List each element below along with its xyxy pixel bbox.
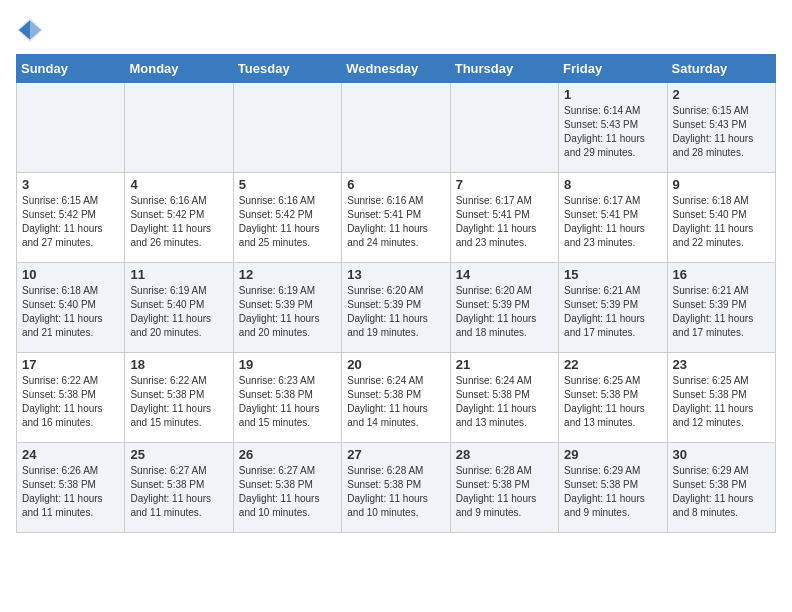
weekday-row: SundayMondayTuesdayWednesdayThursdayFrid… <box>17 55 776 83</box>
calendar-body: 1Sunrise: 6:14 AM Sunset: 5:43 PM Daylig… <box>17 83 776 533</box>
day-info: Sunrise: 6:29 AM Sunset: 5:38 PM Dayligh… <box>673 464 770 520</box>
weekday-header-thursday: Thursday <box>450 55 558 83</box>
day-number: 22 <box>564 357 661 372</box>
weekday-header-monday: Monday <box>125 55 233 83</box>
day-info: Sunrise: 6:28 AM Sunset: 5:38 PM Dayligh… <box>456 464 553 520</box>
calendar-cell: 24Sunrise: 6:26 AM Sunset: 5:38 PM Dayli… <box>17 443 125 533</box>
day-number: 7 <box>456 177 553 192</box>
calendar-cell: 16Sunrise: 6:21 AM Sunset: 5:39 PM Dayli… <box>667 263 775 353</box>
calendar-cell <box>233 83 341 173</box>
calendar-cell: 1Sunrise: 6:14 AM Sunset: 5:43 PM Daylig… <box>559 83 667 173</box>
day-number: 2 <box>673 87 770 102</box>
day-number: 29 <box>564 447 661 462</box>
day-number: 21 <box>456 357 553 372</box>
day-info: Sunrise: 6:21 AM Sunset: 5:39 PM Dayligh… <box>673 284 770 340</box>
calendar-cell <box>17 83 125 173</box>
day-info: Sunrise: 6:22 AM Sunset: 5:38 PM Dayligh… <box>130 374 227 430</box>
day-number: 28 <box>456 447 553 462</box>
day-info: Sunrise: 6:25 AM Sunset: 5:38 PM Dayligh… <box>564 374 661 430</box>
day-info: Sunrise: 6:19 AM Sunset: 5:40 PM Dayligh… <box>130 284 227 340</box>
day-number: 18 <box>130 357 227 372</box>
day-info: Sunrise: 6:16 AM Sunset: 5:42 PM Dayligh… <box>239 194 336 250</box>
day-number: 15 <box>564 267 661 282</box>
day-number: 14 <box>456 267 553 282</box>
day-number: 8 <box>564 177 661 192</box>
calendar-cell: 27Sunrise: 6:28 AM Sunset: 5:38 PM Dayli… <box>342 443 450 533</box>
calendar-cell: 10Sunrise: 6:18 AM Sunset: 5:40 PM Dayli… <box>17 263 125 353</box>
day-info: Sunrise: 6:22 AM Sunset: 5:38 PM Dayligh… <box>22 374 119 430</box>
calendar-cell: 29Sunrise: 6:29 AM Sunset: 5:38 PM Dayli… <box>559 443 667 533</box>
weekday-header-friday: Friday <box>559 55 667 83</box>
day-info: Sunrise: 6:19 AM Sunset: 5:39 PM Dayligh… <box>239 284 336 340</box>
day-info: Sunrise: 6:16 AM Sunset: 5:41 PM Dayligh… <box>347 194 444 250</box>
calendar-cell: 7Sunrise: 6:17 AM Sunset: 5:41 PM Daylig… <box>450 173 558 263</box>
calendar-header: SundayMondayTuesdayWednesdayThursdayFrid… <box>17 55 776 83</box>
calendar-cell: 11Sunrise: 6:19 AM Sunset: 5:40 PM Dayli… <box>125 263 233 353</box>
day-info: Sunrise: 6:27 AM Sunset: 5:38 PM Dayligh… <box>239 464 336 520</box>
logo-icon <box>16 16 44 44</box>
day-number: 3 <box>22 177 119 192</box>
day-info: Sunrise: 6:18 AM Sunset: 5:40 PM Dayligh… <box>673 194 770 250</box>
logo <box>16 16 48 44</box>
calendar-cell: 15Sunrise: 6:21 AM Sunset: 5:39 PM Dayli… <box>559 263 667 353</box>
day-number: 13 <box>347 267 444 282</box>
day-info: Sunrise: 6:24 AM Sunset: 5:38 PM Dayligh… <box>347 374 444 430</box>
calendar-table: SundayMondayTuesdayWednesdayThursdayFrid… <box>16 54 776 533</box>
calendar-cell: 20Sunrise: 6:24 AM Sunset: 5:38 PM Dayli… <box>342 353 450 443</box>
day-number: 30 <box>673 447 770 462</box>
calendar-cell: 26Sunrise: 6:27 AM Sunset: 5:38 PM Dayli… <box>233 443 341 533</box>
calendar-cell: 12Sunrise: 6:19 AM Sunset: 5:39 PM Dayli… <box>233 263 341 353</box>
calendar-cell: 19Sunrise: 6:23 AM Sunset: 5:38 PM Dayli… <box>233 353 341 443</box>
day-number: 26 <box>239 447 336 462</box>
day-info: Sunrise: 6:29 AM Sunset: 5:38 PM Dayligh… <box>564 464 661 520</box>
day-info: Sunrise: 6:18 AM Sunset: 5:40 PM Dayligh… <box>22 284 119 340</box>
day-info: Sunrise: 6:14 AM Sunset: 5:43 PM Dayligh… <box>564 104 661 160</box>
day-info: Sunrise: 6:24 AM Sunset: 5:38 PM Dayligh… <box>456 374 553 430</box>
day-info: Sunrise: 6:21 AM Sunset: 5:39 PM Dayligh… <box>564 284 661 340</box>
calendar-cell: 9Sunrise: 6:18 AM Sunset: 5:40 PM Daylig… <box>667 173 775 263</box>
day-info: Sunrise: 6:20 AM Sunset: 5:39 PM Dayligh… <box>347 284 444 340</box>
calendar-cell <box>450 83 558 173</box>
day-info: Sunrise: 6:25 AM Sunset: 5:38 PM Dayligh… <box>673 374 770 430</box>
day-number: 10 <box>22 267 119 282</box>
calendar-cell: 18Sunrise: 6:22 AM Sunset: 5:38 PM Dayli… <box>125 353 233 443</box>
day-info: Sunrise: 6:28 AM Sunset: 5:38 PM Dayligh… <box>347 464 444 520</box>
calendar-cell: 23Sunrise: 6:25 AM Sunset: 5:38 PM Dayli… <box>667 353 775 443</box>
day-number: 5 <box>239 177 336 192</box>
day-number: 4 <box>130 177 227 192</box>
day-number: 24 <box>22 447 119 462</box>
day-number: 23 <box>673 357 770 372</box>
day-info: Sunrise: 6:15 AM Sunset: 5:43 PM Dayligh… <box>673 104 770 160</box>
day-number: 20 <box>347 357 444 372</box>
calendar-cell <box>125 83 233 173</box>
header <box>16 16 776 44</box>
calendar-cell: 21Sunrise: 6:24 AM Sunset: 5:38 PM Dayli… <box>450 353 558 443</box>
calendar-week-3: 10Sunrise: 6:18 AM Sunset: 5:40 PM Dayli… <box>17 263 776 353</box>
calendar-cell: 8Sunrise: 6:17 AM Sunset: 5:41 PM Daylig… <box>559 173 667 263</box>
calendar-cell: 25Sunrise: 6:27 AM Sunset: 5:38 PM Dayli… <box>125 443 233 533</box>
day-number: 1 <box>564 87 661 102</box>
day-info: Sunrise: 6:20 AM Sunset: 5:39 PM Dayligh… <box>456 284 553 340</box>
calendar-cell: 17Sunrise: 6:22 AM Sunset: 5:38 PM Dayli… <box>17 353 125 443</box>
day-number: 11 <box>130 267 227 282</box>
weekday-header-sunday: Sunday <box>17 55 125 83</box>
day-info: Sunrise: 6:15 AM Sunset: 5:42 PM Dayligh… <box>22 194 119 250</box>
day-number: 25 <box>130 447 227 462</box>
calendar-week-4: 17Sunrise: 6:22 AM Sunset: 5:38 PM Dayli… <box>17 353 776 443</box>
weekday-header-saturday: Saturday <box>667 55 775 83</box>
calendar-cell: 13Sunrise: 6:20 AM Sunset: 5:39 PM Dayli… <box>342 263 450 353</box>
calendar-cell: 22Sunrise: 6:25 AM Sunset: 5:38 PM Dayli… <box>559 353 667 443</box>
day-info: Sunrise: 6:26 AM Sunset: 5:38 PM Dayligh… <box>22 464 119 520</box>
day-info: Sunrise: 6:23 AM Sunset: 5:38 PM Dayligh… <box>239 374 336 430</box>
calendar-cell <box>342 83 450 173</box>
day-number: 27 <box>347 447 444 462</box>
day-info: Sunrise: 6:16 AM Sunset: 5:42 PM Dayligh… <box>130 194 227 250</box>
calendar-cell: 2Sunrise: 6:15 AM Sunset: 5:43 PM Daylig… <box>667 83 775 173</box>
day-number: 6 <box>347 177 444 192</box>
calendar-week-5: 24Sunrise: 6:26 AM Sunset: 5:38 PM Dayli… <box>17 443 776 533</box>
calendar-week-2: 3Sunrise: 6:15 AM Sunset: 5:42 PM Daylig… <box>17 173 776 263</box>
calendar-cell: 28Sunrise: 6:28 AM Sunset: 5:38 PM Dayli… <box>450 443 558 533</box>
calendar-cell: 5Sunrise: 6:16 AM Sunset: 5:42 PM Daylig… <box>233 173 341 263</box>
day-number: 12 <box>239 267 336 282</box>
day-info: Sunrise: 6:17 AM Sunset: 5:41 PM Dayligh… <box>564 194 661 250</box>
